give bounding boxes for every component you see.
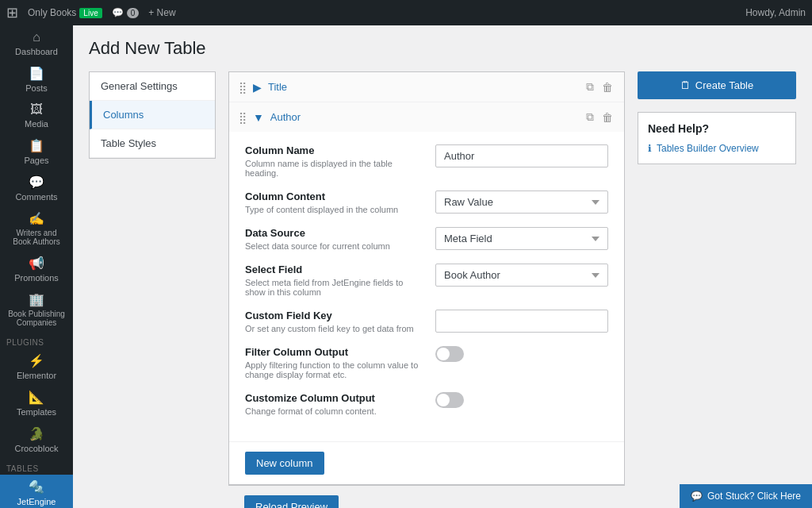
- field-row-customize-output: Customize Column Output Change format of…: [245, 392, 608, 416]
- sidebar-item-book-publishing[interactable]: 🏢 Book Publishing Companies: [0, 287, 73, 332]
- data-source-select[interactable]: Meta Field Post Field Term Field: [435, 227, 608, 250]
- tables-section-title: TABLES: [0, 458, 73, 475]
- elementor-label: Elementor: [17, 371, 56, 380]
- book-publishing-icon: 🏢: [29, 292, 44, 307]
- author-expand-btn[interactable]: ▼: [253, 111, 264, 124]
- column-header-title: ⣿ ▶ Title ⧉ 🗑: [229, 72, 624, 102]
- author-drag-handle[interactable]: ⣿: [239, 111, 247, 124]
- author-col-copy-btn[interactable]: ⧉: [584, 109, 596, 125]
- plugins-section-title: PLUGINS: [0, 332, 73, 348]
- comments-count: 0: [127, 8, 140, 18]
- custom-field-key-input[interactable]: [435, 310, 608, 333]
- left-panel: General Settings Columns Table Styles: [89, 71, 216, 508]
- data-source-label-group: Data Source Select data source for curre…: [245, 227, 419, 251]
- sidebar-item-templates[interactable]: 📐 Templates: [0, 385, 73, 421]
- column-content-label: Column Content: [245, 190, 419, 202]
- sidebar-item-elementor[interactable]: ⚡ Elementor: [0, 348, 73, 385]
- posts-icon: 📄: [29, 66, 44, 81]
- center-panel: ⣿ ▶ Title ⧉ 🗑 ⣿ ▼: [228, 71, 625, 508]
- templates-icon: 📐: [29, 390, 44, 405]
- title-col-name: Title: [268, 81, 578, 93]
- field-row-data-source: Data Source Select data source for curre…: [245, 227, 608, 251]
- filter-output-control: [435, 346, 608, 362]
- page-title: Add New Table: [89, 38, 796, 59]
- sidebar-item-pages[interactable]: 📋 Pages: [0, 133, 73, 170]
- title-col-actions: ⧉ 🗑: [584, 79, 615, 95]
- got-stuck-icon: 💬: [691, 491, 703, 502]
- writers-icon: ✍: [29, 211, 44, 226]
- help-link-icon: ℹ: [648, 143, 652, 154]
- help-box: Need Help? ℹ Tables Builder Overview: [638, 112, 796, 164]
- sidebar-item-jetengine[interactable]: 🔩 JetEngine: [0, 475, 73, 508]
- jetengine-icon: 🔩: [29, 479, 44, 495]
- crocoblock-icon: 🐊: [29, 426, 44, 441]
- help-link[interactable]: ℹ Tables Builder Overview: [648, 143, 786, 154]
- sidebar-item-writers[interactable]: ✍ Writers and Book Authors: [0, 206, 73, 251]
- templates-label: Templates: [17, 407, 56, 417]
- sidebar-item-promotions[interactable]: 📢 Promotions: [0, 251, 73, 287]
- sidebar: ⌂ Dashboard 📄 Posts 🖼 Media 📋 Pages 💬 Co…: [0, 25, 73, 508]
- field-row-column-content: Column Content Type of content displayed…: [245, 190, 608, 214]
- comments-item[interactable]: 💬 0: [112, 7, 140, 18]
- column-name-desc: Column name is displayed in the table he…: [245, 159, 419, 178]
- title-drag-handle[interactable]: ⣿: [239, 81, 247, 94]
- promotions-icon: 📢: [29, 256, 44, 271]
- field-row-filter-output: Filter Column Output Apply filtering fun…: [245, 346, 608, 379]
- customize-output-toggle-knob: [437, 394, 450, 406]
- column-content-label-group: Column Content Type of content displayed…: [245, 190, 419, 214]
- customize-output-label: Customize Column Output: [245, 392, 419, 404]
- sidebar-item-crocoblock[interactable]: 🐊 Crocoblock: [0, 421, 73, 458]
- select-field-control: Book Author Book Title Book ISBN: [435, 264, 608, 287]
- field-row-column-name: Column Name Column name is displayed in …: [245, 144, 608, 178]
- column-content-select[interactable]: Raw Value Custom Field Callback Shortcod…: [435, 190, 608, 214]
- field-row-custom-field-key: Custom Field Key Or set any custom field…: [245, 310, 608, 333]
- title-col-delete-btn[interactable]: 🗑: [600, 79, 615, 95]
- top-bar: ⊞ Only Books Live 💬 0 + New Howdy, Admin: [0, 0, 812, 25]
- column-content-control: Raw Value Custom Field Callback Shortcod…: [435, 190, 608, 214]
- column-name-control: [435, 144, 608, 167]
- column-name-input[interactable]: [435, 144, 608, 167]
- column-name-label-group: Column Name Column name is displayed in …: [245, 144, 419, 178]
- column-content-desc: Type of content displayed in the column: [245, 205, 419, 214]
- sidebar-item-comments[interactable]: 💬 Comments: [0, 170, 73, 206]
- help-title: Need Help?: [648, 122, 786, 135]
- custom-field-key-control: [435, 310, 608, 333]
- sidebar-item-media[interactable]: 🖼 Media: [0, 98, 73, 133]
- column-row-title: ⣿ ▶ Title ⧉ 🗑: [229, 72, 624, 102]
- data-source-control: Meta Field Post Field Term Field: [435, 227, 608, 250]
- nav-table-styles[interactable]: Table Styles: [90, 129, 215, 158]
- pages-icon: 📋: [29, 138, 44, 153]
- title-col-copy-btn[interactable]: ⧉: [584, 79, 596, 95]
- column-header-author: ⣿ ▼ Author ⧉ 🗑: [229, 102, 624, 132]
- sidebar-item-posts[interactable]: 📄 Posts: [0, 61, 73, 98]
- title-expand-btn[interactable]: ▶: [253, 81, 262, 94]
- got-stuck-label: Got Stuck? Click Here: [707, 491, 801, 502]
- customize-output-desc: Change format of column content.: [245, 406, 419, 416]
- filter-output-toggle-knob: [437, 348, 450, 360]
- sidebar-item-dashboard[interactable]: ⌂ Dashboard: [0, 25, 73, 61]
- new-column-button[interactable]: New column: [245, 452, 324, 475]
- reload-preview-button[interactable]: Reload Preview: [244, 495, 339, 508]
- nav-columns[interactable]: Columns: [90, 101, 215, 129]
- media-label: Media: [25, 119, 48, 129]
- create-table-label: Create Table: [695, 79, 753, 91]
- customize-output-toggle[interactable]: [435, 392, 464, 408]
- new-label: + New: [148, 7, 175, 18]
- data-source-label: Data Source: [245, 227, 419, 239]
- filter-output-desc: Apply filtering function to the column v…: [245, 360, 419, 379]
- site-name-item[interactable]: Only Books Live: [28, 7, 102, 18]
- filter-output-toggle[interactable]: [435, 346, 464, 362]
- new-content-item[interactable]: + New: [148, 7, 175, 18]
- select-field-label: Select Field: [245, 264, 419, 275]
- promotions-label: Promotions: [14, 273, 59, 283]
- author-col-name: Author: [270, 111, 578, 123]
- author-col-delete-btn[interactable]: 🗑: [600, 109, 615, 125]
- column-name-label: Column Name: [245, 144, 419, 156]
- create-table-button[interactable]: 🗒 Create Table: [638, 71, 796, 99]
- select-field-select[interactable]: Book Author Book Title Book ISBN: [435, 264, 608, 287]
- create-table-icon: 🗒: [680, 79, 691, 91]
- select-field-label-group: Select Field Select meta field from JetE…: [245, 264, 419, 297]
- got-stuck-button[interactable]: 💬 Got Stuck? Click Here: [680, 484, 812, 508]
- pages-label: Pages: [24, 156, 48, 165]
- nav-general-settings[interactable]: General Settings: [90, 72, 215, 101]
